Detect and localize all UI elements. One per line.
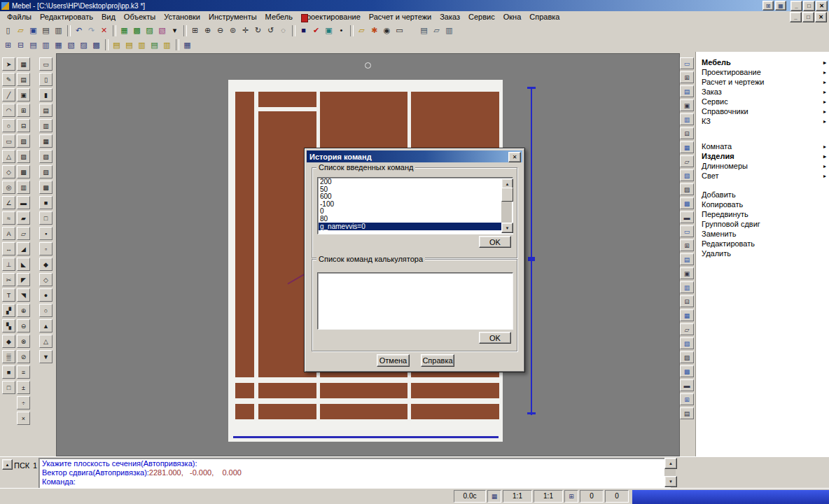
- palette-icon[interactable]: ⊞: [17, 104, 30, 117]
- menu-item[interactable]: Редактировать: [36, 11, 97, 23]
- side-icon[interactable]: ⊟: [680, 127, 694, 139]
- menu-item[interactable]: Сервис: [464, 11, 499, 23]
- side-icon[interactable]: ▦: [680, 141, 694, 153]
- palette-icon[interactable]: ▨: [17, 150, 30, 163]
- scroll-down-button[interactable]: ▼: [664, 476, 677, 487]
- listbox-scrollbar[interactable]: ▲ ▼: [501, 178, 512, 233]
- minimize-button[interactable]: _: [790, 1, 802, 11]
- side-icon[interactable]: ▩: [680, 197, 694, 209]
- menu-entry[interactable]: Копировать ▸: [696, 200, 829, 209]
- menu-item[interactable]: Окна: [499, 11, 526, 23]
- palette-icon[interactable]: ▨: [39, 165, 53, 178]
- toolbar-icon[interactable]: [176, 39, 179, 50]
- list-view-3-icon[interactable]: ▥: [136, 39, 148, 51]
- mdi-minimize-button[interactable]: _: [790, 12, 802, 22]
- rotate-view-icon[interactable]: ↻: [252, 24, 264, 36]
- menu-item[interactable]: Файлы: [3, 11, 36, 23]
- snap-perpendicular-icon[interactable]: ▧: [65, 39, 77, 51]
- mdi-close-button[interactable]: ✕: [815, 12, 827, 22]
- menu-entry[interactable]: Расчет и чертежи ▸: [696, 77, 829, 87]
- command-item[interactable]: 0: [319, 208, 501, 216]
- palette-icon[interactable]: ▥: [39, 119, 53, 132]
- side-icon[interactable]: ▦: [680, 309, 694, 321]
- side-icon[interactable]: ⊟: [680, 295, 694, 307]
- menu-entry[interactable]: Справочники ▸: [696, 106, 829, 116]
- side-icon[interactable]: ▱: [680, 155, 694, 167]
- grid-status-icon[interactable]: ▦: [487, 490, 501, 503]
- shade-tool-icon[interactable]: ▒: [2, 350, 15, 363]
- menu-item[interactable]: Заказ: [436, 11, 464, 23]
- print-preview-icon[interactable]: ▥: [53, 24, 64, 36]
- palette-icon[interactable]: ▩: [39, 181, 53, 194]
- sketch-tool-icon[interactable]: ✎: [2, 73, 15, 86]
- palette-icon[interactable]: ÷: [17, 396, 30, 410]
- dimension-tool-icon[interactable]: ↔: [2, 242, 15, 255]
- palette-icon[interactable]: ⊗: [17, 335, 30, 348]
- palette-icon[interactable]: ▩: [17, 165, 30, 178]
- selected-command-item[interactable]: g_namevvis=0: [319, 223, 501, 230]
- toolbar-icon[interactable]: [183, 25, 187, 36]
- side-icon[interactable]: ▨: [680, 351, 694, 363]
- menu-item[interactable]: Справка: [525, 11, 564, 23]
- toolbar-icon[interactable]: [350, 25, 354, 36]
- side-icon[interactable]: ⊞: [680, 71, 694, 83]
- print-icon[interactable]: ▤: [40, 24, 52, 36]
- table-icon[interactable]: ▩: [131, 24, 143, 36]
- palette-icon[interactable]: ○: [39, 304, 53, 317]
- mdi-restore-button[interactable]: □: [802, 12, 814, 22]
- grid-icon[interactable]: ▦: [118, 24, 130, 36]
- archive-icon[interactable]: ▱: [431, 24, 443, 36]
- open-file-icon[interactable]: ▱: [15, 24, 27, 36]
- side-icon[interactable]: ▥: [680, 281, 694, 293]
- fill-tool-icon[interactable]: ◆: [2, 335, 15, 348]
- palette-icon[interactable]: ⊕: [17, 304, 30, 317]
- side-icon[interactable]: ⊞: [680, 239, 694, 251]
- camera-icon[interactable]: ◉: [381, 24, 393, 36]
- side-icon[interactable]: ▣: [680, 267, 694, 279]
- menu-entry[interactable]: Удалить ▸: [696, 248, 829, 258]
- snap-center-icon[interactable]: ▥: [40, 39, 52, 51]
- snap-node-icon[interactable]: ▨: [78, 39, 90, 51]
- menu-entry[interactable]: Сервис ▸: [696, 97, 829, 106]
- scroll-down-button[interactable]: ▼: [501, 223, 513, 233]
- snap-grid-icon[interactable]: ⊞: [2, 39, 14, 51]
- palette-icon[interactable]: ▫: [39, 242, 53, 255]
- palette-icon[interactable]: ≡: [17, 365, 30, 379]
- palette-icon[interactable]: ◇: [39, 273, 53, 286]
- palette-icon[interactable]: ▧: [17, 134, 30, 148]
- menu-entry[interactable]: Изделия ▸: [696, 151, 829, 161]
- palette-icon[interactable]: ▣: [17, 88, 30, 102]
- export-icon[interactable]: ▥: [443, 24, 455, 36]
- side-icon[interactable]: ▨: [680, 183, 694, 195]
- new-file-icon[interactable]: ▯: [2, 24, 14, 36]
- dialog-titlebar[interactable]: История команд ✕: [307, 150, 522, 162]
- copy-view-icon[interactable]: ▣: [323, 24, 335, 36]
- delete-icon[interactable]: ✕: [98, 24, 110, 36]
- save-icon[interactable]: ▣: [27, 24, 39, 36]
- commands-listbox[interactable]: 20050600-100080 g_namevvis=0 ▲ ▼: [317, 177, 513, 234]
- monitor-icon[interactable]: ▭: [393, 24, 405, 36]
- menu-item[interactable]: Расчет и чертежи: [365, 11, 436, 23]
- search-icon[interactable]: ◌: [277, 24, 289, 36]
- menu-entry[interactable]: Заказ ▸: [696, 87, 829, 97]
- dropdown-arrow-icon[interactable]: ▾: [169, 24, 181, 36]
- undo-icon[interactable]: ↶: [73, 24, 85, 36]
- palette-icon[interactable]: ▲: [39, 319, 53, 332]
- titlebar[interactable]: Mebel - [C:\Users\HP\Desktop\proj\pp.k3 …: [0, 0, 829, 11]
- palette-icon[interactable]: ⊘: [17, 350, 30, 363]
- palette-icon[interactable]: ×: [17, 412, 30, 425]
- project-folder-icon[interactable]: ▱: [356, 24, 368, 36]
- menu-entry[interactable]: Проектирование ▸: [696, 67, 829, 77]
- palette-icon[interactable]: ■: [39, 196, 53, 209]
- redo-icon[interactable]: ↷: [85, 24, 97, 36]
- snap-endpoint-icon[interactable]: ⊟: [15, 39, 27, 51]
- tray-icon-1[interactable]: ⊞: [762, 1, 774, 10]
- plot-icon[interactable]: ▤: [418, 24, 430, 36]
- snap-intersect-icon[interactable]: ▦: [53, 39, 64, 51]
- palette-icon[interactable]: ▬: [17, 196, 30, 209]
- sheet-icon[interactable]: ▨: [144, 24, 155, 36]
- point-tool-icon[interactable]: ◎: [2, 181, 15, 194]
- side-icon[interactable]: ▧: [680, 337, 694, 349]
- polygon-tool-icon[interactable]: △: [2, 150, 15, 163]
- list-view-2-icon[interactable]: ▤: [123, 39, 135, 51]
